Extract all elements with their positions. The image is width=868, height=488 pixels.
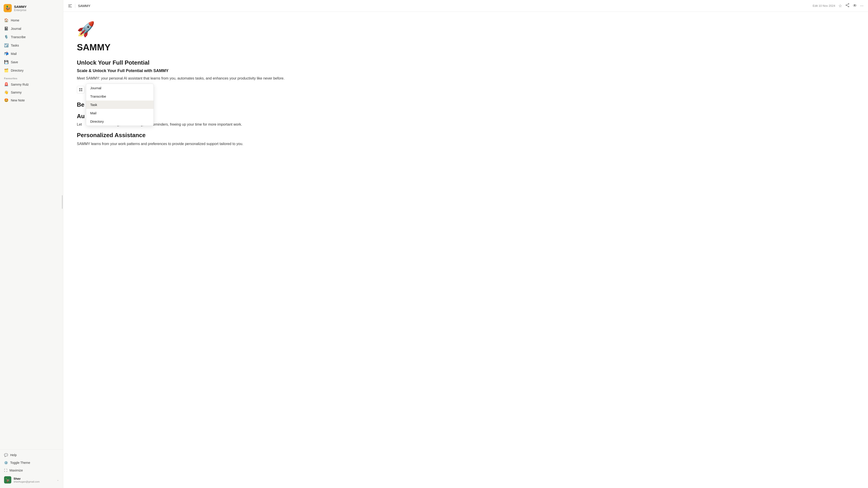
svg-rect-10 (79, 90, 81, 91)
footer-item-label: Toggle Theme (10, 461, 30, 464)
main-area: SAMMY Edit 10 Nov 2024 ☆ 👁 ··· 🚀 SAMMY U… (63, 0, 868, 488)
topbar-actions: Edit 10 Nov 2024 ☆ 👁 ··· (813, 3, 864, 8)
dropdown-item-transcribe[interactable]: Transcribe (86, 92, 153, 101)
section-subheading-1: Scale & Unlock Your Full Potential with … (77, 68, 855, 73)
app-subtitle: Enterprise (14, 8, 27, 12)
svg-rect-2 (68, 7, 72, 7)
directory-icon: 🗂️ (4, 68, 8, 72)
sidebar: 🦆 SAMMY Enterprise 🏠 Home 📓 Journal 🎙️ T… (0, 0, 63, 488)
sidebar-header: 🦆 SAMMY Enterprise (0, 0, 63, 15)
mail-icon: 📬 (4, 52, 8, 56)
app-title: SAMMY (14, 5, 27, 8)
topbar-title: SAMMY (78, 4, 810, 8)
svg-point-4 (846, 5, 847, 6)
transcribe-icon: 🎙️ (4, 35, 8, 39)
footer-item-label: Maximize (9, 468, 23, 472)
help-icon: 💬 (4, 453, 8, 457)
star-icon[interactable]: ☆ (838, 3, 842, 8)
footer-item-toggle-theme[interactable]: ⚙️ Toggle Theme (2, 459, 61, 466)
svg-rect-8 (79, 88, 81, 90)
home-icon: 🏠 (4, 18, 8, 22)
dropdown-item-journal[interactable]: Journal (86, 84, 153, 92)
section-heading-au: Au (77, 113, 855, 120)
section-heading-personalized: Personalized Assistance (77, 132, 855, 139)
footer-item-label: Help (10, 453, 17, 457)
svg-point-5 (848, 6, 849, 7)
svg-rect-9 (81, 88, 82, 90)
svg-line-6 (847, 4, 848, 5)
sidebar-nav: 🏠 Home 📓 Journal 🎙️ Transcribe ☑️ Tasks … (0, 15, 63, 449)
sidebar-item-label: Directory (11, 69, 24, 72)
user-info: Shav shavhugan@gmail.com (13, 477, 55, 483)
sidebar-toggle-button[interactable] (68, 4, 72, 8)
user-name: Shav (13, 477, 55, 480)
page-content: 🚀 SAMMY Unlock Your Full Potential Scale… (63, 12, 868, 488)
sidebar-item-label: Transcribe (11, 35, 26, 39)
dropdown-item-directory[interactable]: Directory (86, 117, 153, 126)
svg-point-3 (848, 3, 849, 4)
sidebar-item-mail[interactable]: 📬 Mail (2, 50, 61, 58)
maximize-icon: ⛶ (4, 468, 7, 472)
sidebar-item-transcribe[interactable]: 🎙️ Transcribe (2, 33, 61, 41)
share-icon[interactable] (845, 3, 850, 8)
slash-command-container: Journal Transcribe Task Mail Directory (77, 86, 85, 97)
section-body-personalized: SAMMY learns from your work patterns and… (77, 141, 855, 147)
svg-rect-11 (81, 90, 82, 91)
app-info: SAMMY Enterprise (14, 5, 27, 12)
more-icon[interactable]: ··· (860, 3, 864, 8)
journal-icon: 📓 (4, 26, 8, 31)
edit-date: Edit 10 Nov 2024 (813, 4, 835, 7)
svg-rect-1 (68, 6, 70, 6)
tasks-icon: ☑️ (4, 43, 8, 47)
save-icon: 💾 (4, 60, 8, 64)
footer-item-maximize[interactable]: ⛶ Maximize (2, 467, 61, 474)
dropdown-item-mail[interactable]: Mail (86, 109, 153, 117)
sidebar-item-journal[interactable]: 📓 Journal (2, 25, 61, 33)
sidebar-item-label: Journal (11, 27, 21, 31)
avatar: 🦆 (4, 476, 11, 484)
svg-line-7 (847, 5, 848, 6)
fav-item-label: New Note (11, 98, 25, 102)
new-note-emoji: 🤩 (4, 98, 8, 102)
chevron-down-icon: ⌄ (57, 478, 59, 482)
section-personalized: Personalized Assistance SAMMY learns fro… (77, 132, 855, 147)
sidebar-item-label: Tasks (11, 43, 19, 47)
sidebar-item-label: Save (11, 60, 18, 64)
sammy-emoji: 👋 (4, 90, 8, 94)
fav-item-label: Sammy (11, 91, 22, 94)
app-logo-emoji: 🦆 (5, 5, 11, 11)
dropdown-menu: Journal Transcribe Task Mail Directory (86, 84, 154, 126)
sidebar-footer: 💬 Help ⚙️ Toggle Theme ⛶ Maximize 🦆 Shav… (0, 449, 63, 488)
toggle-theme-icon: ⚙️ (4, 461, 8, 464)
fav-item-sammy-rulz[interactable]: 🚨 Sammy Rulz (2, 80, 61, 88)
sammy-rulz-emoji: 🚨 (4, 82, 8, 87)
section-be: Be (77, 101, 855, 108)
fav-item-sammy[interactable]: 👋 Sammy (2, 89, 61, 96)
section-au: Au Let g, email drafting, and reminders,… (77, 113, 855, 127)
scrollbar (62, 195, 63, 209)
user-row[interactable]: 🦆 Shav shavhugan@gmail.com ⌄ (2, 475, 61, 485)
topbar: SAMMY Edit 10 Nov 2024 ☆ 👁 ··· (63, 0, 868, 12)
fav-item-new-note[interactable]: 🤩 New Note (2, 96, 61, 104)
fav-item-label: Sammy Rulz (11, 83, 29, 86)
view-icon[interactable]: 👁 (853, 3, 857, 8)
sidebar-item-tasks[interactable]: ☑️ Tasks (2, 41, 61, 49)
sidebar-item-directory[interactable]: 🗂️ Directory (2, 66, 61, 74)
app-logo: 🦆 (4, 4, 12, 12)
sidebar-item-home[interactable]: 🏠 Home (2, 16, 61, 24)
section-heading-1: Unlock Your Full Potential (77, 59, 855, 66)
sidebar-item-label: Mail (11, 52, 17, 56)
page-emoji: 🚀 (77, 21, 855, 38)
favourites-label: Favourites (2, 75, 61, 80)
sidebar-item-label: Home (11, 19, 19, 22)
section-heading-be: Be (77, 101, 855, 108)
user-email: shavhugan@gmail.com (13, 480, 55, 483)
page-title: SAMMY (77, 42, 855, 53)
footer-item-help[interactable]: 💬 Help (2, 451, 61, 459)
slash-command-button[interactable] (77, 86, 85, 94)
sidebar-item-save[interactable]: 💾 Save (2, 58, 61, 66)
section-body-2: Let g, email drafting, and reminders, fr… (77, 122, 855, 127)
section-body-1: Meet SAMMY: your personal AI assistant t… (77, 75, 855, 81)
dropdown-item-task[interactable]: Task (86, 101, 153, 109)
svg-rect-0 (68, 4, 72, 5)
